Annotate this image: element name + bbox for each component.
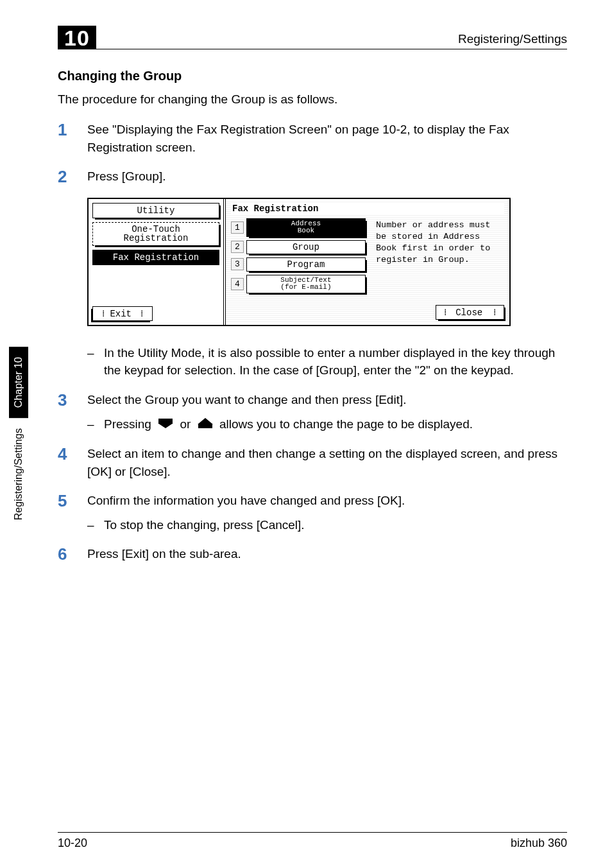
option-number: 1 bbox=[231, 221, 244, 234]
one-touch-line2: Registration bbox=[124, 233, 189, 243]
exit-label: Exit bbox=[110, 309, 132, 319]
subject-text-line1: Subject/Text bbox=[280, 276, 331, 284]
page-footer: 10-20 bizhub 360 bbox=[58, 832, 567, 850]
step-number: 2 bbox=[58, 168, 87, 186]
fax-registration-button[interactable]: Fax Registration bbox=[92, 250, 219, 265]
fax-registration-screenshot: Utility One-Touch Registration Fax Regis… bbox=[87, 198, 567, 326]
svg-rect-0 bbox=[158, 419, 173, 423]
step-number: 1 bbox=[58, 121, 87, 156]
step-body: Select an item to change and then change… bbox=[87, 445, 567, 480]
exit-bracket-left-icon: ⁞ bbox=[102, 309, 105, 319]
svg-rect-3 bbox=[198, 424, 212, 428]
subject-text-button[interactable]: Subject/Text (for E-mail) bbox=[246, 275, 366, 293]
bullet-dash: – bbox=[87, 516, 104, 534]
option-number: 3 bbox=[231, 258, 244, 270]
fax-help-text: Number or address must be stored in Addr… bbox=[372, 218, 504, 293]
step-number: 6 bbox=[58, 545, 87, 564]
chapter-number-badge: 10 bbox=[58, 26, 96, 49]
fax-right-panel: Fax Registration 1 Address Book bbox=[226, 199, 509, 325]
step-3-text: Select the Group you want to change and … bbox=[87, 393, 406, 406]
close-bracket-left-icon: ⁞ bbox=[444, 308, 446, 318]
step-1: 1 See "Displaying the Fax Registration S… bbox=[58, 121, 567, 156]
utility-label: Utility bbox=[137, 205, 175, 216]
side-tab-chapter: Chapter 10 bbox=[9, 347, 28, 418]
exit-bracket-right-icon: ⁞ bbox=[140, 309, 143, 319]
one-touch-line1: One-Touch bbox=[132, 224, 180, 234]
bullet-dash: – bbox=[87, 415, 104, 434]
step-number: 3 bbox=[58, 391, 87, 433]
fax-option-list: 1 Address Book 2 bbox=[231, 218, 366, 293]
section-intro: The procedure for changing the Group is … bbox=[58, 92, 567, 107]
step-4: 4 Select an item to change and then chan… bbox=[58, 445, 567, 480]
program-label: Program bbox=[287, 259, 325, 270]
close-label: Close bbox=[455, 308, 482, 318]
subject-text-line2: (for E-mail) bbox=[280, 283, 331, 291]
fax-option-group: 2 Group bbox=[231, 240, 366, 254]
step-6: 6 Press [Exit] on the sub-area. bbox=[58, 545, 567, 564]
section-title: Changing the Group bbox=[58, 69, 567, 83]
fax-left-panel: Utility One-Touch Registration Fax Regis… bbox=[89, 199, 226, 325]
step-3-sub-mid: or bbox=[180, 417, 194, 431]
step-3-sub: Pressing or allows you to change the pag… bbox=[104, 415, 567, 434]
svg-marker-2 bbox=[198, 418, 213, 424]
step-2-sub: – In the Utility Mode, it is also possib… bbox=[58, 338, 567, 379]
one-touch-registration-button[interactable]: One-Touch Registration bbox=[92, 222, 219, 246]
page-down-icon bbox=[156, 416, 175, 434]
step-5-sub-text: To stop the changing, press [Cancel]. bbox=[104, 516, 567, 534]
fax-option-address-book: 1 Address Book bbox=[231, 218, 366, 237]
close-bracket-right-icon: ⁞ bbox=[488, 308, 496, 318]
step-body: Press [Group]. bbox=[87, 168, 567, 186]
utility-button[interactable]: Utility bbox=[92, 203, 219, 218]
side-tab-section: Registering/Settings bbox=[12, 418, 26, 530]
step-number: 4 bbox=[58, 445, 87, 480]
exit-button[interactable]: ⁞ Exit ⁞ bbox=[92, 306, 153, 321]
step-body: Press [Exit] on the sub-area. bbox=[87, 545, 567, 564]
address-book-line2: Book bbox=[298, 227, 314, 234]
step-3: 3 Select the Group you want to change an… bbox=[58, 391, 567, 433]
address-book-line1: Address bbox=[291, 220, 321, 227]
group-button[interactable]: Group bbox=[246, 240, 366, 254]
group-label: Group bbox=[293, 242, 319, 252]
step-2: 2 Press [Group]. bbox=[58, 168, 567, 186]
address-book-button[interactable]: Address Book bbox=[246, 218, 366, 237]
header-section-title: Registering/Settings bbox=[458, 32, 567, 46]
step-5-text: Confirm the information you have changed… bbox=[87, 494, 405, 507]
step-5: 5 Confirm the information you have chang… bbox=[58, 492, 567, 534]
option-number: 2 bbox=[231, 241, 244, 253]
side-tab: Chapter 10 Registering/Settings bbox=[8, 347, 30, 530]
step-2-sub-text: In the Utility Mode, it is also possible… bbox=[104, 344, 567, 379]
step-3-sub-pre: Pressing bbox=[104, 417, 155, 431]
fax-panel-title: Fax Registration bbox=[231, 203, 504, 214]
fax-registration-label: Fax Registration bbox=[113, 252, 199, 263]
page-up-icon bbox=[196, 416, 215, 434]
close-button[interactable]: ⁞ Close ⁞ bbox=[436, 305, 504, 320]
step-body: See "Displaying the Fax Registration Scr… bbox=[87, 121, 567, 156]
bullet-dash: – bbox=[87, 344, 104, 379]
page-header: 10 Registering/Settings bbox=[58, 26, 567, 49]
option-number: 4 bbox=[231, 278, 244, 290]
svg-marker-1 bbox=[158, 423, 173, 428]
footer-page-number: 10-20 bbox=[58, 837, 87, 850]
fax-option-program: 3 Program bbox=[231, 257, 366, 272]
program-button[interactable]: Program bbox=[246, 257, 366, 272]
footer-product: bizhub 360 bbox=[511, 837, 567, 850]
step-3-sub-post: allows you to change the page to be disp… bbox=[219, 417, 473, 431]
fax-option-subject-text: 4 Subject/Text (for E-mail) bbox=[231, 275, 366, 293]
one-touch-label: One-Touch Registration bbox=[124, 225, 189, 243]
step-number: 5 bbox=[58, 492, 87, 534]
